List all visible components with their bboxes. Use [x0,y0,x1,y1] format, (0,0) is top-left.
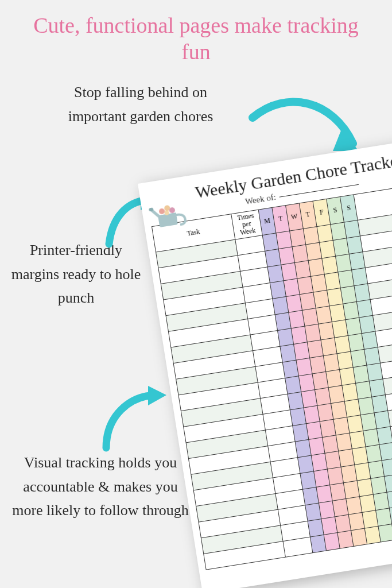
cell-day [377,426,392,444]
cell-times [283,537,313,557]
cell-day [379,442,392,460]
arrow-icon [98,385,172,454]
callout-visual-tracking: Visual tracking holds you accountable & … [9,451,192,523]
col-times-per-week: Times per Week [231,210,262,239]
page-headline: Cute, functional pages make tracking fun [0,0,392,71]
watering-can-icon [148,194,192,231]
cell-day [382,458,392,476]
callout-stop-falling-behind: Stop falling behind on important garden … [52,80,230,128]
week-of-text: Week of: [244,192,277,206]
svg-point-1 [158,208,165,214]
cell-day [378,524,392,541]
